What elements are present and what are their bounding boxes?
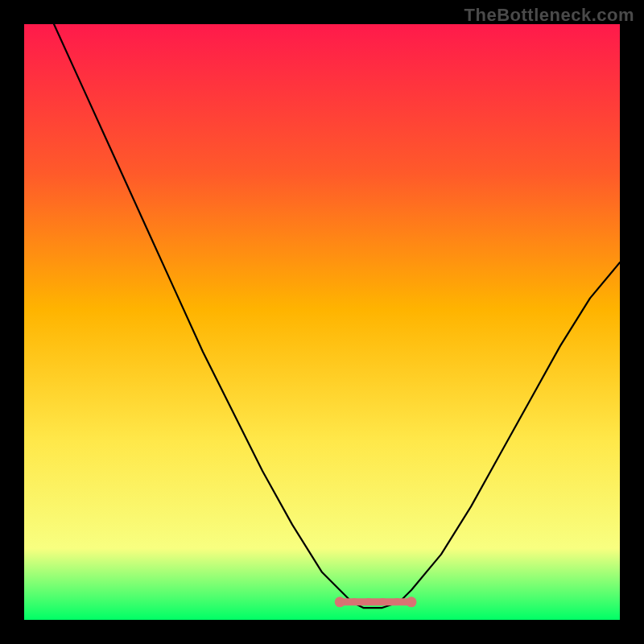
svg-point-6: [394, 598, 400, 605]
svg-point-4: [365, 598, 372, 605]
bottleneck-chart: [24, 24, 620, 620]
gradient-panel: [24, 24, 620, 620]
svg-point-2: [407, 597, 417, 607]
chart-frame: TheBottleneck.com: [0, 0, 644, 644]
svg-point-1: [335, 597, 345, 607]
svg-point-3: [351, 598, 357, 605]
watermark-text: TheBottleneck.com: [464, 5, 634, 26]
svg-point-5: [380, 598, 386, 605]
plot-area: [24, 24, 620, 620]
